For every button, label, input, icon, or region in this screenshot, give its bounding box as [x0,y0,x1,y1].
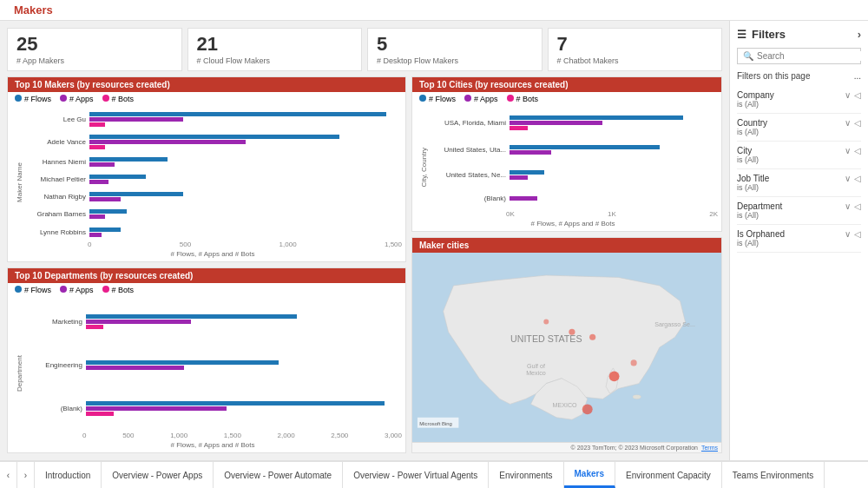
bar-row-label: USA, Florida, Miami [428,119,506,127]
legend-apps: # Apps [60,95,94,103]
nav-tab-environment-capacity[interactable]: Environment Capacity [615,462,722,488]
svg-point-6 [609,371,620,381]
filter-clear-icon[interactable]: ◁ [854,201,861,211]
kpi-cloud-label: # Cloud Flow Makers [197,56,353,65]
bar-group [89,112,402,127]
filter-chevron-icon[interactable]: ∨ [845,229,851,239]
departments-chart: Top 10 Departments (by resources created… [7,267,406,453]
svg-point-10 [543,319,549,324]
map-terms-link[interactable]: Terms [701,445,718,451]
bar-segment [86,412,114,416]
filters-title: ☰ Filters › [737,28,861,41]
nav-tab-makers[interactable]: Makers [564,462,615,488]
kpi-app-makers-label: # App Makers [16,56,173,65]
departments-chart-header: Top 10 Departments (by resources created… [8,268,405,283]
dept-x-label: # Flows, # Apps and # Bots [23,439,402,449]
makers-chart-legend: # Flows # Apps # Bots [8,92,405,106]
filter-value: is (All) [737,100,861,109]
nav-tab-teams-environments[interactable]: Teams Environments [722,462,825,488]
departments-chart-legend: # Flows # Apps # Bots [8,283,405,297]
filter-item[interactable]: Job Title ∨ ◁ is (All) [737,169,861,197]
filter-icons[interactable]: ∨ ◁ [845,118,861,128]
filter-clear-icon[interactable]: ◁ [854,90,861,100]
filter-item[interactable]: Company ∨ ◁ is (All) [737,86,861,114]
filter-icons[interactable]: ∨ ◁ [845,174,861,183]
bar-segment [510,115,683,120]
filter-item[interactable]: City ∨ ◁ is (All) [737,142,861,169]
kpi-desktop-label: # Desktop Flow Makers [377,56,533,65]
legend-flows: # Flows [15,95,51,103]
page-title: Makers [7,0,60,21]
filter-clear-icon[interactable]: ◁ [854,174,861,183]
filter-icons[interactable]: ∨ ◁ [845,229,861,239]
cities-chart: Top 10 Cities (by resources created) # F… [411,76,722,232]
makers-chart: Top 10 Makers (by resources created) # F… [7,76,406,262]
filter-item[interactable]: Is Orphaned ∨ ◁ is (All) [737,225,861,253]
bar-row: Nathan Rigby [23,192,402,201]
svg-point-0 [633,394,641,399]
kpi-chatbot-label: # Chatbot Makers [557,56,713,65]
map-footer: © 2023 TomTom; © 2023 Microsoft Corporat… [412,442,721,452]
filter-icons[interactable]: ∨ ◁ [845,146,861,155]
bar-row-label: Hannes Niemi [23,158,86,166]
filter-clear-icon[interactable]: ◁ [854,118,861,128]
cities-x-label: # Flows, # Apps and # Bots [428,218,718,228]
kpi-app-makers-number: 25 [16,34,173,55]
bar-row: Lynne Robbins [23,228,402,237]
bar-segment [510,121,602,125]
cities-chart-header: Top 10 Cities (by resources created) [412,77,721,92]
filter-chevron-icon[interactable]: ∨ [845,146,851,155]
filter-clear-icon[interactable]: ◁ [854,146,861,155]
search-input[interactable] [757,51,867,61]
svg-text:Sargasso Se...: Sargasso Se... [654,321,695,328]
filter-chevron-icon[interactable]: ∨ [845,174,851,183]
bar-group [89,192,402,201]
bar-group [89,135,402,149]
map-chart: Maker cities [411,237,722,453]
charts-left: Top 10 Makers (by resources created) # F… [7,76,406,453]
bar-segment [89,140,246,144]
search-box[interactable]: 🔍 [737,48,861,64]
filter-item[interactable]: Country ∨ ◁ is (All) [737,114,861,142]
bar-row: (Blank) [428,195,718,202]
filters-expand-icon[interactable]: › [858,28,861,41]
bar-segment [89,180,108,184]
bar-segment [510,175,528,180]
bar-row: Adele Vance [23,135,402,149]
bar-segment [86,325,103,329]
bar-segment [89,162,115,167]
bar-segment [89,135,339,139]
filter-icons[interactable]: ∨ ◁ [845,201,861,211]
nav-tab-overview---power-automate[interactable]: Overview - Power Automate [214,462,343,488]
nav-prev-button[interactable]: ‹ [0,462,17,488]
kpi-app-makers: 25 # App Makers [7,28,182,71]
filter-item[interactable]: Department ∨ ◁ is (All) [737,197,861,225]
filter-chevron-icon[interactable]: ∨ [845,90,851,100]
bar-segment [510,126,528,130]
nav-tab-environments[interactable]: Environments [489,462,563,488]
nav-tab-overview---power-virtual-agents[interactable]: Overview - Power Virtual Agents [343,462,489,488]
dept-bars: MarketingEngineering(Blank) [23,299,402,432]
filter-name: Is Orphaned ∨ ◁ [737,229,861,239]
filter-chevron-icon[interactable]: ∨ [845,201,851,211]
bar-segment [89,233,102,237]
svg-text:Microsoft Bing: Microsoft Bing [419,421,452,426]
charts-right: Top 10 Cities (by resources created) # F… [411,76,722,453]
nav-tab-overview---power-apps[interactable]: Overview - Power Apps [102,462,214,488]
filter-icons[interactable]: ∨ ◁ [845,90,861,100]
filter-clear-icon[interactable]: ◁ [854,229,861,239]
bar-row: Michael Peltier [23,175,402,184]
filter-chevron-icon[interactable]: ∨ [845,118,851,128]
bar-segment [86,366,184,370]
dept-legend-bots: # Bots [102,286,135,294]
content-area: 25 # App Makers 21 # Cloud Flow Makers 5… [0,21,729,460]
filter-name: City ∨ ◁ [737,146,861,155]
bar-group [510,115,718,130]
bar-row: Lee Gu [23,112,402,127]
bar-segment [89,157,168,162]
bar-segment [89,122,105,127]
nav-tab-introduction[interactable]: Introduction [35,462,102,488]
bar-segment [86,314,297,319]
makers-chart-header: Top 10 Makers (by resources created) [8,77,405,92]
nav-next-button[interactable]: › [17,462,35,488]
